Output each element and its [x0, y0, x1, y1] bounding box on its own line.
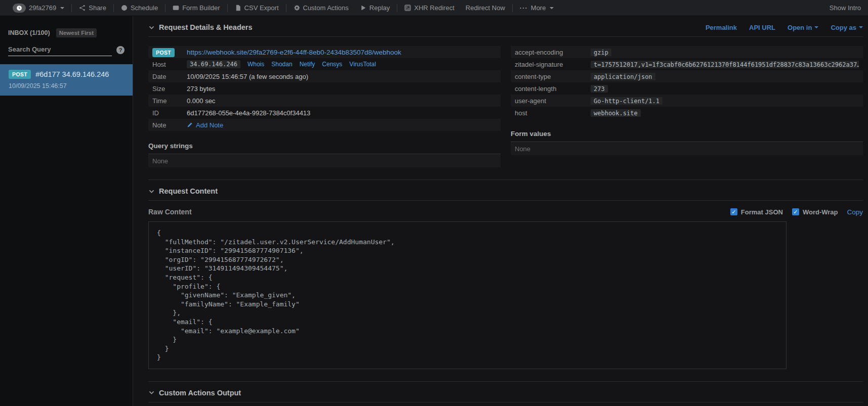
csv-export-button[interactable]: CSV Export — [229, 4, 284, 12]
copy-content-link[interactable]: Copy — [847, 208, 863, 216]
details-grid: POST https://webhook.site/29fa2769-e2f6-… — [148, 46, 863, 167]
header-name: user-agent — [515, 97, 591, 105]
api-url-link[interactable]: API URL — [749, 24, 775, 31]
table-row: Date 10/09/2025 15:46:57 (a few seconds … — [148, 70, 501, 82]
open-in-menu[interactable]: Open in — [788, 24, 818, 31]
main-panel: Request Details & Headers Permalink API … — [133, 16, 868, 406]
show-intro-label: Show Intro — [830, 4, 861, 12]
show-intro-button[interactable]: Show Intro — [824, 4, 861, 12]
xhr-redirect-label: XHR Redirect — [414, 4, 454, 12]
row-label: ID — [152, 109, 187, 117]
row-label: Note — [152, 121, 187, 129]
redirect-now-label: Redirect Now — [466, 4, 505, 12]
word-wrap-checkbox[interactable]: Word-Wrap — [792, 208, 838, 216]
redirect-now-button[interactable]: Redirect Now — [460, 4, 511, 12]
details-section-title-wrap[interactable]: Request Details & Headers — [148, 23, 253, 31]
request-details-table: POST https://webhook.site/29fa2769-e2f6-… — [148, 46, 501, 167]
toolbar-divider — [113, 4, 114, 12]
censys-link[interactable]: Censys — [322, 61, 342, 68]
top-toolbar: 29fa2769 Share Schedule Form Builder CSV… — [0, 0, 868, 16]
header-value: 273 — [591, 85, 608, 93]
chevron-down-icon — [148, 188, 155, 195]
table-row: Size 273 bytes — [148, 82, 501, 95]
content-section-title-wrap[interactable]: Request Content — [148, 187, 218, 195]
chevron-down-icon — [148, 24, 155, 31]
request-timestamp: 10/09/2025 15:46:57 — [9, 82, 124, 89]
request-url-link[interactable]: https://webhook.site/29fa2769-e2f6-44ff-… — [187, 49, 401, 56]
gear-icon — [294, 5, 300, 11]
xhr-redirect-icon — [404, 5, 411, 11]
toolbar-divider — [71, 4, 72, 12]
help-icon[interactable]: ? — [116, 46, 125, 54]
custom-actions-button[interactable]: Custom Actions — [288, 4, 354, 12]
shodan-link[interactable]: Shodan — [271, 61, 292, 68]
id-value: 6d177268-055e-4e4a-9928-7384c0f34413 — [187, 109, 310, 117]
method-badge: POST — [9, 70, 31, 79]
inbox-label: INBOX (1/100) — [8, 29, 50, 36]
play-icon — [360, 5, 366, 11]
requests-sidebar: INBOX (1/100) Newest First ? POST #6d177… — [0, 16, 133, 406]
virustotal-link[interactable]: VirusTotal — [349, 61, 376, 68]
header-row: zitadel-signature t=1757512017,v1=1f3cab… — [511, 58, 863, 70]
size-value: 273 bytes — [187, 85, 215, 93]
schedule-label: Schedule — [131, 4, 158, 12]
more-menu[interactable]: ··· More — [514, 4, 560, 12]
checkbox-checked-icon — [792, 208, 799, 215]
schedule-clock-icon — [121, 5, 128, 11]
request-list-item-selected[interactable]: POST #6d177 34.69.146.246 10/09/2025 15:… — [0, 64, 133, 96]
date-value: 10/09/2025 15:46:57 (a few seconds ago) — [187, 73, 308, 80]
chevron-down-icon — [60, 7, 64, 9]
query-strings-title: Query strings — [148, 142, 501, 154]
sort-toggle-button[interactable]: Newest First — [56, 28, 97, 37]
method-badge: POST — [152, 48, 175, 57]
copy-as-menu[interactable]: Copy as — [831, 24, 863, 31]
whois-link[interactable]: Whois — [247, 61, 264, 68]
share-button[interactable]: Share — [73, 4, 112, 12]
replay-button[interactable]: Replay — [354, 4, 395, 12]
form-builder-icon — [173, 5, 179, 11]
table-row: Note Add Note — [148, 119, 501, 131]
word-wrap-label: Word-Wrap — [803, 208, 838, 216]
header-value: Go-http-client/1.1 — [591, 97, 663, 105]
workspace-label: 29fa2769 — [29, 4, 56, 12]
xhr-redirect-button[interactable]: XHR Redirect — [399, 4, 460, 12]
host-value: 34.69.146.246 — [187, 60, 240, 68]
schedule-button[interactable]: Schedule — [115, 4, 163, 12]
header-value: webhook.site — [591, 109, 641, 117]
actions-output-section-header: Custom Actions Output — [148, 381, 863, 402]
header-value: t=1757512017,v1=1f3cabf0c6b6276121370f81… — [591, 61, 859, 68]
search-input[interactable] — [8, 43, 112, 56]
details-section-title: Request Details & Headers — [159, 23, 253, 31]
csv-export-label: CSV Export — [244, 4, 279, 12]
table-row: POST https://webhook.site/29fa2769-e2f6-… — [148, 46, 501, 58]
form-builder-button[interactable]: Form Builder — [167, 4, 225, 12]
share-label: Share — [89, 4, 106, 12]
netify-link[interactable]: Netify — [300, 61, 315, 68]
header-value: application/json — [591, 73, 655, 80]
header-row: content-type application/json — [511, 70, 863, 82]
permalink-link[interactable]: Permalink — [706, 24, 737, 31]
query-strings-empty: None — [148, 155, 501, 167]
details-header-actions: Permalink API URL Open in Copy as — [706, 24, 863, 31]
header-row: user-agent Go-http-client/1.1 — [511, 95, 863, 107]
table-row: Time 0.000 sec — [148, 95, 501, 107]
details-section-header: Request Details & Headers Permalink API … — [148, 16, 863, 37]
raw-content-body: { "fullMethod": "/zitadel.user.v2.UserSe… — [157, 229, 778, 362]
content-area: INBOX (1/100) Newest First ? POST #6d177… — [0, 16, 868, 406]
content-section-title: Request Content — [159, 187, 218, 195]
row-label: Time — [152, 97, 187, 105]
copy-as-label: Copy as — [831, 24, 856, 31]
webhook-logo-icon — [13, 4, 26, 13]
workspace-menu[interactable]: 29fa2769 — [7, 4, 70, 13]
request-headers-table: accept-encoding gzip zitadel-signature t… — [511, 46, 863, 167]
header-name: zitadel-signature — [515, 61, 591, 68]
row-label: Host — [152, 61, 187, 68]
header-row: accept-encoding gzip — [511, 46, 863, 58]
more-label: More — [531, 4, 546, 12]
add-note-label: Add Note — [196, 121, 223, 129]
add-note-link[interactable]: Add Note — [187, 121, 223, 129]
toolbar-divider — [165, 4, 166, 12]
chevron-down-icon — [859, 26, 863, 28]
format-json-checkbox[interactable]: Format JSON — [730, 208, 783, 216]
actions-output-title-wrap[interactable]: Custom Actions Output — [148, 389, 241, 397]
